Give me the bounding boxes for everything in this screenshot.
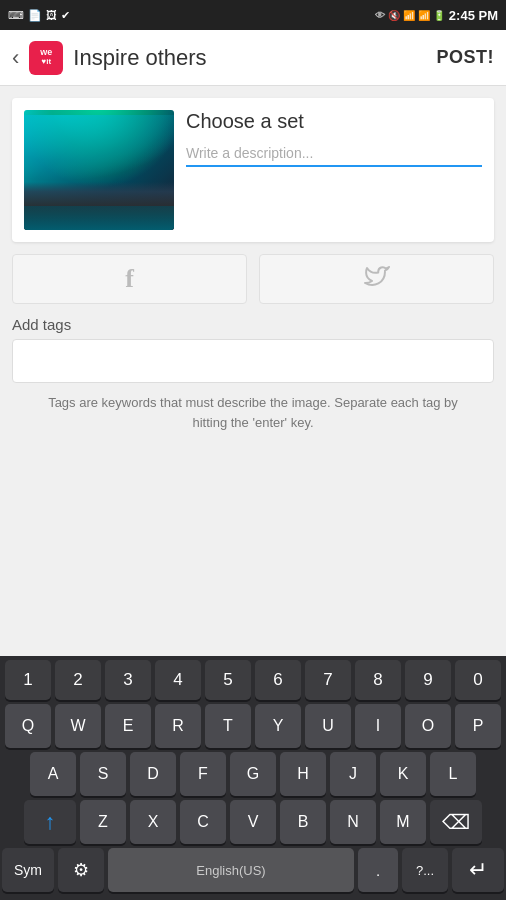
settings-button[interactable]: ⚙ [58,848,104,892]
key-g[interactable]: G [230,752,276,796]
keyboard-icon: ⌨ [8,9,24,22]
tags-input[interactable] [12,339,494,383]
key-b[interactable]: B [280,800,326,844]
wifi-icon: 📶 [403,10,415,21]
key-k[interactable]: K [380,752,426,796]
key-e[interactable]: E [105,704,151,748]
doc-icon: 📄 [28,9,42,22]
volume-icon: 🔇 [388,10,400,21]
key-a[interactable]: A [30,752,76,796]
keyboard: 1 2 3 4 5 6 7 8 9 0 Q W E R T Y U I O P … [0,656,506,900]
key-0[interactable]: 0 [455,660,501,700]
app-logo: we ♥it [29,41,63,75]
key-8[interactable]: 8 [355,660,401,700]
keyboard-row-numbers: 1 2 3 4 5 6 7 8 9 0 [2,660,504,700]
key-m[interactable]: M [380,800,426,844]
main-content: Choose a set f Add tags Tags are keyword… [0,86,506,444]
key-n[interactable]: N [330,800,376,844]
key-l[interactable]: L [430,752,476,796]
time-display: 2:45 PM [449,8,498,23]
image-icon: 🖼 [46,9,57,21]
key-5[interactable]: 5 [205,660,251,700]
post-button[interactable]: POST! [436,47,494,68]
question-button[interactable]: ?... [402,848,448,892]
key-y[interactable]: Y [255,704,301,748]
space-button[interactable]: English(US) [108,848,354,892]
key-t[interactable]: T [205,704,251,748]
keyboard-row-bottom: Sym ⚙ English(US) . ?... ↵ [2,848,504,892]
key-1[interactable]: 1 [5,660,51,700]
twitter-icon [363,264,391,294]
key-4[interactable]: 4 [155,660,201,700]
keyboard-row-zxcv: ↑ Z X C V B N M ⌫ [2,800,504,844]
key-o[interactable]: O [405,704,451,748]
key-i[interactable]: I [355,704,401,748]
keyboard-row-asdf: A S D F G H J K L [2,752,504,796]
status-left-icons: ⌨ 📄 🖼 ✔ [8,9,70,22]
key-j[interactable]: J [330,752,376,796]
key-p[interactable]: P [455,704,501,748]
key-6[interactable]: 6 [255,660,301,700]
key-3[interactable]: 3 [105,660,151,700]
eye-icon: 👁 [375,10,385,21]
back-button[interactable]: ‹ [12,45,19,71]
key-x[interactable]: X [130,800,176,844]
shift-button[interactable]: ↑ [24,800,76,844]
description-input[interactable] [186,141,482,167]
add-tags-label: Add tags [12,316,494,333]
facebook-icon: f [125,264,134,294]
key-w[interactable]: W [55,704,101,748]
keyboard-row-qwerty: Q W E R T Y U I O P [2,704,504,748]
tags-hint: Tags are keywords that must describe the… [12,393,494,432]
sym-button[interactable]: Sym [2,848,54,892]
app-bar: ‹ we ♥it Inspire others POST! [0,30,506,86]
backspace-button[interactable]: ⌫ [430,800,482,844]
choose-set-label[interactable]: Choose a set [186,110,482,133]
key-d[interactable]: D [130,752,176,796]
status-bar: ⌨ 📄 🖼 ✔ 👁 🔇 📶 📶 🔋 2:45 PM [0,0,506,30]
selected-image [24,110,174,230]
status-right: 👁 🔇 📶 📶 🔋 2:45 PM [375,8,498,23]
twitter-button[interactable] [259,254,494,304]
card-right: Choose a set [186,110,482,230]
key-u[interactable]: U [305,704,351,748]
key-7[interactable]: 7 [305,660,351,700]
status-icons: 👁 🔇 📶 📶 🔋 [375,10,445,21]
enter-button[interactable]: ↵ [452,848,504,892]
key-f[interactable]: F [180,752,226,796]
facebook-button[interactable]: f [12,254,247,304]
water [24,206,174,230]
key-q[interactable]: Q [5,704,51,748]
signal-icon: 📶 [418,10,430,21]
period-button[interactable]: . [358,848,398,892]
key-h[interactable]: H [280,752,326,796]
check-icon: ✔ [61,9,70,22]
key-r[interactable]: R [155,704,201,748]
key-2[interactable]: 2 [55,660,101,700]
add-tags-section: Add tags Tags are keywords that must des… [12,316,494,432]
key-c[interactable]: C [180,800,226,844]
key-v[interactable]: V [230,800,276,844]
page-title: Inspire others [73,45,426,71]
social-row: f [12,254,494,304]
image-card: Choose a set [12,98,494,242]
key-z[interactable]: Z [80,800,126,844]
key-s[interactable]: S [80,752,126,796]
battery-icon: 🔋 [433,10,445,21]
key-9[interactable]: 9 [405,660,451,700]
